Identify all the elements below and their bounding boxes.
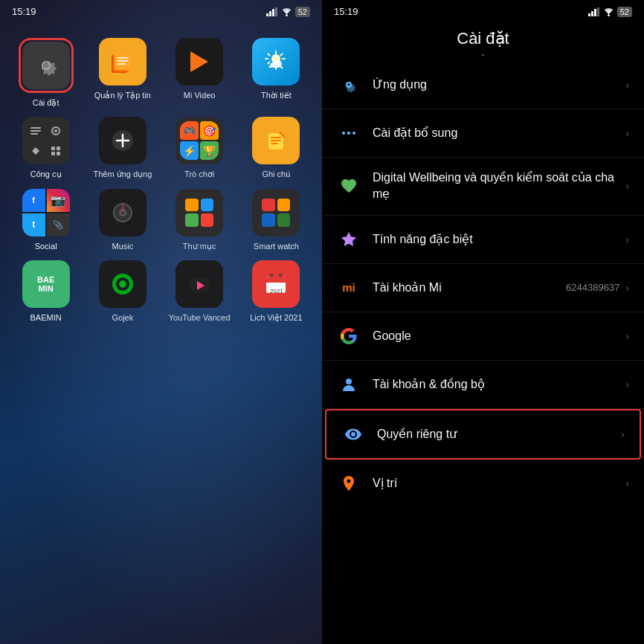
- heart-icon: [337, 174, 361, 198]
- settings-item-tai-khoan-mi[interactable]: mi Tài khoản Mi 6244389637 ›: [322, 264, 644, 312]
- tro-choi-label: Trò chơi: [184, 169, 214, 179]
- google-title: Google: [373, 328, 625, 344]
- settings-item-tinh-nang[interactable]: Tính năng đặc biệt ›: [322, 216, 644, 264]
- settings-item-cai-dat-bo-sung[interactable]: Cài đặt bổ sung ›: [322, 109, 644, 158]
- digital-wellbeing-chevron: ›: [625, 180, 629, 192]
- app-gojek[interactable]: Gojek: [88, 260, 156, 323]
- cai-dat-bo-sung-title: Cài đặt bổ sung: [373, 125, 625, 141]
- right-signal-icon: [588, 7, 600, 16]
- social-icon: f 📷 t 📎: [22, 189, 70, 236]
- settings-item-quyen-rieng-tu[interactable]: Quyền riêng tư ›: [325, 409, 641, 460]
- settings-item-tai-khoan-dong-bo[interactable]: Tài khoản & đồng bộ ›: [322, 361, 644, 409]
- settings-item-vi-tri[interactable]: Vị trí ›: [322, 460, 644, 507]
- settings-item-digital-wellbeing[interactable]: Digital Wellbeing và quyền kiểm soát của…: [322, 158, 644, 216]
- google-icon: [337, 324, 361, 348]
- app-cong-cu[interactable]: Công cụ: [12, 117, 80, 179]
- digital-wellbeing-text: Digital Wellbeing và quyền kiểm soát của…: [373, 170, 625, 203]
- app-lich-viet[interactable]: 2021 Lich Việt 2021: [242, 260, 310, 323]
- svg-point-43: [342, 132, 345, 135]
- wifi-icon: [281, 7, 292, 16]
- left-status-bar: 15:19 52: [0, 0, 322, 23]
- app-smart-watch[interactable]: Smart watch: [242, 189, 310, 251]
- signal-icon: [266, 7, 278, 16]
- app-quan-ly[interactable]: Quản lý Tập tin: [88, 38, 156, 108]
- svg-point-42: [608, 14, 610, 16]
- left-status-icons: 52: [266, 7, 310, 17]
- quyen-rieng-tu-chevron: ›: [621, 428, 625, 440]
- cong-cu-label: Công cụ: [30, 169, 62, 179]
- them-ung-dung-label: Thêm ứng dụng: [93, 169, 152, 179]
- settings-item-ung-dung[interactable]: Ứng dụng ›: [322, 61, 644, 109]
- app-social[interactable]: f 📷 t 📎 Social: [12, 189, 80, 251]
- left-time: 15:19: [12, 6, 36, 17]
- social-label: Social: [35, 241, 57, 251]
- gojek-icon: [99, 260, 146, 308]
- tai-khoan-dong-bo-text: Tài khoản & đồng bộ: [373, 376, 625, 393]
- app-thu-muc[interactable]: Thư mục: [166, 189, 234, 251]
- star-icon: [337, 228, 361, 251]
- tinh-nang-title: Tính năng đặc biệt: [373, 231, 625, 248]
- svg-rect-38: [588, 13, 590, 16]
- app-them-ung-dung[interactable]: Thêm ứng dụng: [88, 117, 156, 179]
- tai-khoan-mi-title: Tài khoản Mi: [373, 280, 566, 296]
- tai-khoan-mi-value: 6244389637: [566, 282, 619, 293]
- lich-viet-icon: 2021: [252, 260, 300, 308]
- app-tro-choi[interactable]: 🎮 🎯 ⚡ 🏆 Trò chơi: [166, 117, 234, 179]
- settings-page-title: Cài đặt: [322, 23, 644, 51]
- app-mi-video[interactable]: Mi Video: [166, 38, 234, 108]
- svg-rect-9: [30, 127, 41, 129]
- tro-choi-icon: 🎮 🎯 ⚡ 🏆: [176, 117, 223, 164]
- music-icon: [99, 189, 146, 236]
- smart-watch-label: Smart watch: [254, 241, 299, 251]
- them-ung-dung-icon: [99, 117, 146, 164]
- settings-item-google[interactable]: Google ›: [322, 312, 644, 361]
- gear-icon: [337, 73, 361, 97]
- eye-icon: [341, 422, 365, 446]
- right-wifi-icon: [603, 7, 614, 16]
- thu-muc-icon: [176, 189, 223, 236]
- settings-list: Ứng dụng › Cài đặt bổ sung › Digital Wel…: [322, 61, 644, 644]
- app-cai-dat[interactable]: Cài đặt: [12, 38, 80, 108]
- ghi-chu-label: Ghi chú: [262, 169, 290, 179]
- cai-dat-label: Cài đặt: [33, 97, 59, 108]
- quan-ly-label: Quản lý Tập tin: [94, 90, 151, 100]
- svg-point-46: [346, 379, 352, 384]
- app-ghi-chu[interactable]: Ghi chú: [242, 117, 310, 179]
- svg-point-44: [347, 132, 350, 135]
- svg-rect-31: [266, 280, 286, 283]
- tinh-nang-text: Tính năng đặc biệt: [373, 231, 625, 248]
- svg-text:2021: 2021: [270, 288, 283, 294]
- tai-khoan-dong-bo-chevron: ›: [625, 379, 629, 390]
- svg-point-4: [286, 14, 288, 16]
- person-icon: [337, 373, 361, 396]
- right-panel: 15:19 52 Cài đặt • Ứng dụng › Cài đặt bổ…: [322, 0, 644, 644]
- digital-wellbeing-title: Digital Wellbeing và quyền kiểm soát của…: [373, 170, 625, 203]
- svg-rect-15: [57, 146, 60, 150]
- app-youtube-vanced[interactable]: YouTube Vanced: [166, 260, 234, 323]
- svg-point-13: [54, 129, 57, 132]
- music-label: Music: [112, 241, 134, 251]
- vi-tri-text: Vị trí: [373, 475, 625, 492]
- app-music[interactable]: Music: [88, 189, 156, 251]
- ung-dung-text: Ứng dụng: [373, 77, 625, 93]
- mi-video-icon: [176, 38, 223, 86]
- svg-point-27: [119, 280, 126, 288]
- svg-rect-11: [30, 133, 38, 135]
- svg-rect-14: [51, 146, 55, 150]
- cai-dat-bo-sung-text: Cài đặt bổ sung: [373, 125, 625, 141]
- cai-dat-icon: [22, 42, 70, 89]
- quyen-rieng-tu-text: Quyền riêng tư: [377, 426, 621, 442]
- ung-dung-chevron: ›: [625, 79, 629, 91]
- right-time: 15:19: [334, 6, 358, 17]
- baemin-icon: BAEMIN: [22, 260, 70, 308]
- ung-dung-title: Ứng dụng: [373, 77, 625, 93]
- mi-logo-icon: mi: [337, 276, 361, 300]
- vi-tri-title: Vị trí: [373, 475, 625, 492]
- app-thoi-tiet[interactable]: Thời tiết: [242, 38, 310, 108]
- right-battery-label: 52: [617, 7, 632, 17]
- youtube-vanced-label: YouTube Vanced: [169, 312, 231, 323]
- dot-indicator: •: [322, 51, 644, 58]
- app-baemin[interactable]: BAEMIN BAEMIN: [12, 260, 80, 323]
- dots-icon: [337, 121, 361, 145]
- app-grid: Cài đặt Quản lý Tập tin Mi Video Thời ti…: [0, 23, 322, 338]
